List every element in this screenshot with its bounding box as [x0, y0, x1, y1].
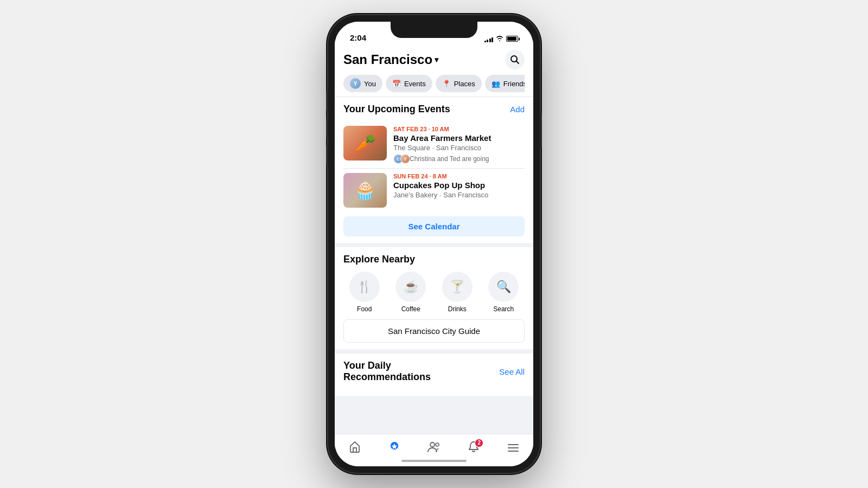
farmers-art-icon: 🥕: [343, 126, 387, 160]
tab-places-label: Places: [454, 80, 475, 88]
event-item-cupcakes[interactable]: 🧁 SUN FEB 24 · 8 AM Cupcakes Pop Up Shop…: [343, 169, 525, 212]
search-nearby-icon: 🔍: [496, 280, 511, 294]
search-button[interactable]: [505, 50, 525, 69]
drinks-icon: 🍸: [450, 280, 464, 294]
add-event-button[interactable]: Add: [510, 105, 525, 114]
upcoming-events-section: Your Upcoming Events Add 🥕 SAT FEB 23 · …: [335, 97, 533, 243]
signal-bars: [484, 36, 494, 42]
food-label: Food: [357, 305, 372, 313]
notification-badge: 2: [475, 439, 483, 447]
menu-icon: [507, 441, 519, 455]
nav-home[interactable]: [343, 436, 367, 460]
friend-avatars: C T: [393, 154, 407, 164]
wifi-icon: [496, 35, 503, 42]
friends-nav-icon: [427, 441, 441, 455]
event-date-cupcakes: SUN FEB 24 · 8 AM: [393, 173, 525, 179]
city-guide-button[interactable]: San Francisco City Guide: [343, 319, 525, 343]
home-indicator: [401, 460, 467, 462]
nav-notifications[interactable]: 2: [462, 436, 486, 460]
dropdown-arrow: ▾: [435, 55, 438, 64]
explore-nearby-section: Explore Nearby 🍴 Food ☕: [335, 247, 533, 349]
see-all-button[interactable]: See All: [499, 367, 525, 376]
coffee-icon: ☕: [404, 280, 418, 294]
upcoming-events-header: Your Upcoming Events Add: [343, 104, 525, 115]
event-details-cupcakes: SUN FEB 24 · 8 AM Cupcakes Pop Up Shop J…: [393, 173, 525, 208]
event-details-farmers: SAT FEB 23 · 10 AM Bay Area Farmers Mark…: [393, 126, 525, 164]
status-icons: [484, 35, 519, 42]
explore-coffee[interactable]: ☕ Coffee: [390, 272, 432, 313]
search-label: Search: [493, 305, 514, 313]
daily-rec-title: Your Daily: [343, 360, 431, 371]
local-icon: [388, 441, 400, 456]
explore-food[interactable]: 🍴 Food: [343, 272, 386, 313]
upcoming-events-title: Your Upcoming Events: [343, 104, 450, 115]
event-item-farmers-market[interactable]: 🥕 SAT FEB 23 · 10 AM Bay Area Farmers Ma…: [343, 121, 525, 168]
tab-you-avatar: Y: [350, 78, 361, 89]
food-icon: 🍴: [357, 280, 372, 294]
explore-drinks[interactable]: 🍸 Drinks: [436, 272, 478, 313]
friend-avatar-2: T: [400, 154, 410, 164]
daily-rec-subtitle: Recommendations: [343, 371, 431, 383]
drinks-icon-circle: 🍸: [442, 272, 473, 302]
friends-going-text: Christina and Ted are going: [410, 155, 489, 163]
search-icon: [510, 55, 520, 65]
pin-icon: 📍: [442, 80, 451, 88]
daily-recommendations-section: Your Daily Recommendations See All: [335, 354, 533, 396]
explore-nearby-title: Explore Nearby: [343, 254, 415, 265]
tab-events-label: Events: [404, 80, 426, 88]
svg-point-4: [436, 443, 439, 446]
event-date-farmers: SAT FEB 23 · 10 AM: [393, 126, 525, 132]
event-location-farmers: The Square · San Francisco: [393, 144, 525, 152]
event-thumb-farmers: 🥕: [343, 126, 387, 160]
tabs-row: Y You 📅 Events 📍 Places 👥 Friends: [343, 75, 525, 97]
city-name: San Francisco: [343, 52, 432, 67]
main-scroll[interactable]: Your Upcoming Events Add 🥕 SAT FEB 23 · …: [335, 97, 533, 434]
svg-point-3: [430, 442, 435, 447]
tab-you[interactable]: Y You: [343, 75, 382, 92]
header-row: San Francisco ▾: [343, 50, 525, 69]
event-name-cupcakes: Cupcakes Pop Up Shop: [393, 181, 525, 190]
food-icon-circle: 🍴: [349, 272, 380, 302]
event-thumb-cupcakes: 🧁: [343, 173, 387, 208]
status-time: 2:04: [350, 33, 366, 42]
event-location-cupcakes: Jane's Bakery · San Francisco: [393, 191, 525, 199]
nav-local[interactable]: [382, 436, 406, 460]
people-icon: 👥: [492, 80, 500, 88]
daily-rec-header: Your Daily Recommendations See All: [343, 360, 525, 383]
tab-you-label: You: [364, 80, 376, 88]
event-name-farmers: Bay Area Farmers Market: [393, 133, 525, 143]
home-icon: [349, 441, 361, 456]
nav-menu[interactable]: [501, 436, 525, 460]
see-calendar-button[interactable]: See Calendar: [343, 216, 525, 236]
search-icon-circle: 🔍: [488, 272, 519, 302]
coffee-label: Coffee: [401, 305, 420, 313]
tab-events[interactable]: 📅 Events: [386, 75, 432, 92]
tab-friends[interactable]: 👥 Friends: [485, 75, 525, 92]
app-header: San Francisco ▾ Y You: [335, 46, 533, 97]
drinks-label: Drinks: [448, 305, 467, 313]
cupcakes-art-icon: 🧁: [343, 173, 387, 208]
tab-places[interactable]: 📍 Places: [436, 75, 482, 92]
battery-icon: [506, 36, 518, 42]
phone-screen: 2:04: [335, 22, 533, 466]
city-title[interactable]: San Francisco ▾: [343, 52, 438, 67]
daily-rec-title-block: Your Daily Recommendations: [343, 360, 431, 383]
app-content: San Francisco ▾ Y You: [335, 46, 533, 466]
coffee-icon-circle: ☕: [395, 272, 426, 302]
tab-friends-label: Friends: [503, 80, 525, 88]
event-friends-farmers: C T Christina and Ted are going: [393, 154, 525, 164]
phone-wrapper: 2:04: [328, 15, 540, 473]
notch: [391, 22, 477, 38]
calendar-icon: 📅: [392, 80, 401, 88]
nav-friends[interactable]: [422, 436, 446, 460]
explore-search[interactable]: 🔍 Search: [483, 272, 525, 313]
explore-nearby-header: Explore Nearby: [343, 254, 525, 265]
explore-grid: 🍴 Food ☕ Coffee 🍸: [343, 272, 525, 313]
